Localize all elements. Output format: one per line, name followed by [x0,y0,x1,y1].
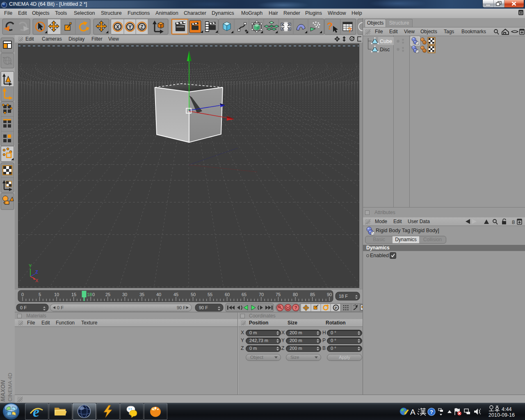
svg-text:5: 5 [39,292,41,297]
svg-text:8: 8 [512,219,515,225]
svg-text:45: 45 [173,292,178,297]
svg-text:0: 0 [92,292,95,297]
svg-text:65: 65 [242,292,247,297]
svg-text:?: ? [430,409,433,415]
svg-text:25: 25 [105,292,110,297]
svg-text:Z: Z [140,24,143,30]
svg-text:Y: Y [128,24,132,30]
svg-text:70: 70 [259,292,264,297]
svg-text:90 F: 90 F [199,305,208,310]
svg-text:0 F: 0 F [20,305,27,310]
svg-text:0: 0 [21,292,24,297]
svg-text:?: ? [327,21,333,32]
svg-text:75: 75 [276,292,281,297]
svg-text:P: P [335,306,337,310]
svg-text:18 F: 18 F [339,294,348,299]
svg-text:Y: Y [29,263,32,268]
svg-text:35: 35 [139,292,144,297]
svg-text:90 F: 90 F [177,305,186,310]
svg-text:80: 80 [293,292,298,297]
svg-text:2010-09-16: 2010-09-16 [488,412,515,418]
svg-text:Disc: Disc [380,47,390,52]
svg-text:18: 18 [87,292,92,297]
svg-text:0 F: 0 F [57,305,64,310]
svg-text:15: 15 [71,292,76,297]
svg-text:X: X [35,278,39,283]
svg-text:55: 55 [208,292,212,297]
svg-text:50: 50 [191,292,196,297]
svg-text:?: ? [348,27,352,34]
svg-text:10: 10 [54,292,59,297]
svg-text:40: 40 [156,292,161,297]
svg-text:60: 60 [225,292,230,297]
svg-text:90: 90 [327,292,332,297]
svg-text:Z: Z [35,269,38,274]
svg-text:30: 30 [122,292,127,297]
svg-text:A: A [410,408,415,416]
svg-text:85: 85 [310,292,315,297]
svg-text:e: e [33,405,39,418]
svg-text:X: X [116,24,119,30]
svg-text:Cube: Cube [380,39,392,44]
svg-text:4:44: 4:44 [502,406,511,412]
svg-text:?: ? [294,305,297,310]
